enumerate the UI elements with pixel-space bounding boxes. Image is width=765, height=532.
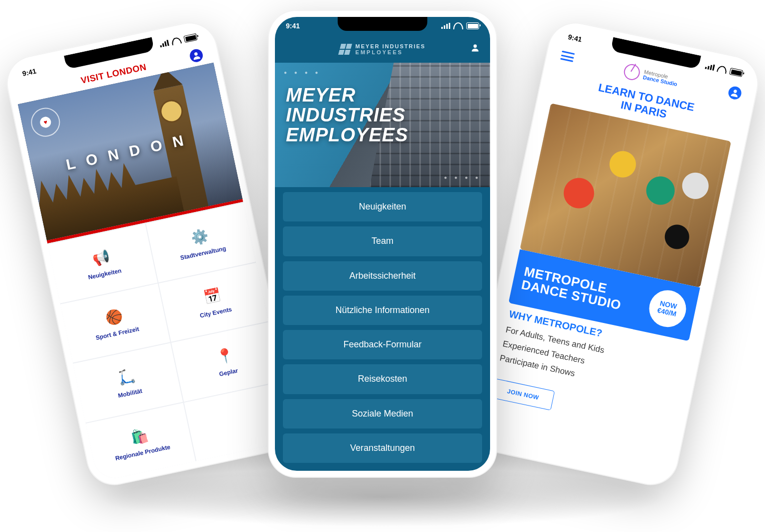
status-time: 9:41 <box>567 33 583 43</box>
ball-icon: 🏀 <box>104 308 124 327</box>
svg-point-2 <box>474 44 477 48</box>
phone-notch <box>338 17 427 31</box>
signal-icon <box>159 40 169 47</box>
status-time: 9:41 <box>286 22 300 30</box>
pin-icon: 📍 <box>215 346 235 366</box>
menu-item-arbeitssicherheit[interactable]: Arbeitssicherheit <box>283 261 482 291</box>
profile-icon[interactable] <box>470 43 480 53</box>
dot-decoration-icon: ● ● ● ● <box>284 70 321 75</box>
svg-point-0 <box>194 52 198 56</box>
battery-icon <box>466 22 479 29</box>
profile-icon[interactable] <box>727 85 743 101</box>
dot-decoration-icon: ● ● ● ● <box>444 175 482 180</box>
main-menu: Neuigkeiten Team Arbeitssicherheit Nützl… <box>283 192 482 463</box>
menu-item-nuetzliche-informationen[interactable]: Nützliche Informationen <box>283 296 482 325</box>
wifi-icon <box>717 65 728 74</box>
bag-icon: 🛍️ <box>129 426 149 446</box>
menu-item-feedback-formular[interactable]: Feedback-Formular <box>283 330 482 359</box>
menu-item-team[interactable]: Team <box>283 226 482 256</box>
menu-item-soziale-medien[interactable]: Soziale Medien <box>283 399 482 428</box>
hero-title: MEYER INDUSTRIES EMPLOYEES <box>286 86 408 145</box>
battery-icon <box>183 33 197 43</box>
heart-icon: ♥ <box>39 116 52 129</box>
gear-icon: ⚙️ <box>189 227 210 247</box>
signal-icon <box>705 63 715 70</box>
company-logo-icon <box>338 44 352 55</box>
scooter-icon: 🛴 <box>117 367 137 387</box>
price-badge: NOW €40/M <box>646 287 690 330</box>
megaphone-icon: 📢 <box>91 248 112 268</box>
phone-meyer-industries: 9:41 MEYER INDUSTRIES EMPLOYEES <box>268 10 497 478</box>
hamburger-icon[interactable] <box>560 51 575 62</box>
profile-icon[interactable] <box>189 48 204 63</box>
hero-banner: ● ● ● ● ● ● ● ● MEYER INDUSTRIES EMPLOYE… <box>275 63 490 187</box>
signal-icon <box>441 23 450 29</box>
join-now-button[interactable]: JOIN NOW <box>491 378 555 410</box>
wifi-icon <box>171 37 182 46</box>
svg-point-1 <box>733 90 737 94</box>
menu-item-reisekosten[interactable]: Reisekosten <box>283 364 482 394</box>
phone-mockup-stage: 9:41 VISIT LONDON <box>0 0 765 532</box>
battery-icon <box>729 68 743 77</box>
phone-visit-london: 9:41 VISIT LONDON <box>1 17 302 490</box>
phone-dance-studio: 9:41 MetropoleDance Studio <box>463 17 764 490</box>
calendar-icon: 📅 <box>202 287 223 307</box>
app-header: MEYER INDUSTRIES EMPLOYEES <box>275 36 490 63</box>
menu-item-veranstaltungen[interactable]: Veranstaltungen <box>283 433 482 463</box>
category-grid: 📢Neuigkeiten ⚙️Stadtverwaltung 🏀Sport & … <box>47 202 294 482</box>
wifi-icon <box>453 22 463 29</box>
status-time: 9:41 <box>21 67 37 77</box>
menu-item-neuigkeiten[interactable]: Neuigkeiten <box>283 192 482 221</box>
pole-dancer-icon <box>623 63 641 82</box>
